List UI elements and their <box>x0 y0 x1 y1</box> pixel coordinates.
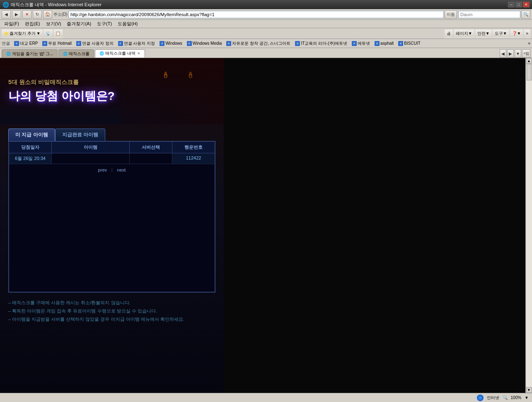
restore-button[interactable]: □ <box>515 2 522 7</box>
scroll-track <box>526 64 532 387</box>
scroll-down-button[interactable]: ▼ <box>526 387 532 393</box>
search-input[interactable] <box>458 11 520 18</box>
col-server: 서버선택 <box>130 142 172 153</box>
items-table-container: 당첨일자 아이템 서버선택 행운번호 6월 26일 20:34 112422 p… <box>8 141 215 293</box>
status-bar: 인터넷 🔍 100% ▼ <box>0 393 532 402</box>
zoom-chevron[interactable]: ▼ <box>525 395 529 400</box>
ie-logo-icon: 🌐 <box>2 2 9 8</box>
go-button[interactable]: 이동 <box>445 10 457 19</box>
toolbar-favorites-button[interactable]: ⭐ 즐겨찾기 추가 ▼ <box>2 29 43 38</box>
refresh-button[interactable]: ↻ <box>33 10 42 19</box>
menu-edit[interactable]: 편집(E) <box>22 20 43 27</box>
game-area: 🕯 🕯 5대 원소의 비밀매직스크롤 나의 당첨 아이템은? 미 지급 아이템 … <box>0 58 224 393</box>
back-button[interactable]: ◀ <box>2 10 11 19</box>
tabs-right-controls: ◀ ▶ ▼ +탭 <box>500 49 530 58</box>
ie-tab-icon-1: 🌐 <box>6 52 11 56</box>
cell-date: 6월 26일 20:34 <box>9 153 52 164</box>
link-biscuit[interactable]: e BISCUIT <box>396 41 422 46</box>
tools-button-toolbar[interactable]: 도구▼ <box>493 29 509 38</box>
windows-media-icon: e <box>187 41 192 46</box>
tab-paid-items[interactable]: 지급완료 아이템 <box>55 128 105 141</box>
more-tools-button[interactable]: » <box>524 29 530 38</box>
scroll-up-button[interactable]: ▲ <box>526 58 532 64</box>
toolbar: ⭐ 즐겨찾기 추가 ▼ 📡 📋 🖨 페이지▼ 안전▼ 도구▼ ❓▼ » <box>0 28 532 39</box>
title-bar-left: 🌐 매직스크롤 내역 - Windows Internet Explorer <box>2 2 102 8</box>
address-label: 주소(D) <box>53 12 68 17</box>
link-windows-media[interactable]: e Windows Media <box>185 41 224 46</box>
stop-button[interactable]: ✕ <box>22 10 31 19</box>
link-windows[interactable]: e Windows <box>157 41 184 46</box>
scroll-thumb[interactable] <box>527 64 532 80</box>
toolbar-history-button[interactable]: 📋 <box>53 29 63 38</box>
tab-magic-scroll-history[interactable]: 🌐 매직스크롤 내역 ✕ <box>95 49 145 58</box>
notice-2: – 획득한 아이템은 게임 접속 후 유료아이템 수령으로 받으실 수 있습니다… <box>8 307 215 315</box>
links-label: 연결 <box>2 41 10 46</box>
link-hotmail[interactable]: e 무료 Hotmail <box>40 40 74 47</box>
notice-3: – 아이템을 지급받을 서버를 선택하지 않았을 경우 미지급 아이템 메뉴에서… <box>8 315 215 324</box>
links-more-button[interactable]: » <box>528 41 530 46</box>
home-button[interactable]: 🏠 <box>43 10 52 19</box>
menu-view[interactable]: 보기(V) <box>44 20 64 27</box>
browser-content: 🕯 🕯 5대 원소의 비밀매직스크롤 나의 당첨 아이템은? 미 지급 아이템 … <box>0 58 532 393</box>
game-header: 🕯 🕯 5대 원소의 비밀매직스크롤 나의 당첨 아이템은? <box>0 58 224 124</box>
scrollbar[interactable]: ▲ ▼ <box>525 58 532 393</box>
pagination: prev l next <box>9 164 215 176</box>
page-button[interactable]: 페이지▼ <box>454 29 474 38</box>
ie-tab-icon-2: 🌐 <box>63 52 68 56</box>
internet-zone-icon <box>477 395 484 401</box>
biscuit-icon: e <box>398 41 403 46</box>
window-title: 매직스크롤 내역 - Windows Internet Explorer <box>11 2 102 8</box>
asphalt-icon: e <box>375 41 380 46</box>
next-button[interactable]: next <box>117 167 126 172</box>
new-tab-button[interactable]: +탭 <box>522 49 530 58</box>
history-icon: 📋 <box>56 31 60 36</box>
col-lucky: 행운번호 <box>172 142 215 153</box>
notice-1: – 매직스크롤 구매에 사용한 캐시는 취소/환불되지 않습니다. <box>8 299 215 307</box>
link-user-def2[interactable]: e 연결 사용자 지정 <box>116 40 157 47</box>
tab-unpaid-items[interactable]: 미 지급 아이템 <box>8 128 55 141</box>
title-bar: 🌐 매직스크롤 내역 - Windows Internet Explorer –… <box>0 0 532 9</box>
hotmail-link-icon: e <box>42 41 47 46</box>
userdef1-icon: e <box>76 41 81 46</box>
tab-magic-scroll[interactable]: 🌐 매직스크롤 <box>58 49 94 58</box>
right-dark-panel <box>224 58 532 393</box>
tab-scroll-left[interactable]: ◀ <box>500 49 506 58</box>
cell-server <box>130 153 172 164</box>
link-edunet-leader[interactable]: e IT교육의 리더-(주)에듀넷 <box>293 40 349 47</box>
menu-tools[interactable]: 도구(T) <box>94 20 114 27</box>
tab-list-button[interactable]: ▼ <box>515 49 521 58</box>
search-button[interactable]: 🔍 <box>521 10 530 19</box>
menu-favorites[interactable]: 즐겨찾기(A) <box>64 20 94 27</box>
star-icon: ⭐ <box>4 31 9 36</box>
address-input[interactable] <box>68 11 444 18</box>
forward-button[interactable]: ▶ <box>12 10 21 19</box>
link-user-def1[interactable]: e 연결 사용자 정의 <box>74 40 116 47</box>
close-button[interactable]: ✕ <box>523 2 530 7</box>
address-bar: ◀ ▶ ✕ ↻ 🏠 주소(D) 이동 🔍 <box>0 9 532 20</box>
link-edunet[interactable]: e 에듀넷 <box>350 40 372 47</box>
snug-icon: e <box>226 41 231 46</box>
tab-game-how-to[interactable]: 🌐 게임을 즐기는 법! 그... <box>2 49 58 58</box>
link-asphalt[interactable]: e asphalt <box>372 41 396 46</box>
rss-icon: 📡 <box>46 31 51 36</box>
menu-file[interactable]: 파일(F) <box>2 20 22 27</box>
link-snug[interactable]: e 자유로운 창작 공간, 스너그아트 <box>224 40 293 47</box>
help-button-toolbar[interactable]: ❓▼ <box>510 29 523 38</box>
tab-close-icon[interactable]: ✕ <box>137 51 140 56</box>
links-bar: 연결 e 대교 ERP e 무료 Hotmail e 연결 사용자 정의 e 연… <box>0 39 532 48</box>
safety-button[interactable]: 안전▼ <box>475 29 492 38</box>
print-button[interactable]: 🖨 <box>445 29 453 38</box>
pagination-separator: l <box>111 167 112 172</box>
minimize-button[interactable]: – <box>508 2 515 7</box>
menu-help[interactable]: 도움말(H) <box>115 20 140 27</box>
prev-button[interactable]: prev <box>98 167 107 172</box>
col-item: 아이템 <box>52 142 130 153</box>
title-bar-controls: – □ ✕ <box>508 2 530 7</box>
toolbar-feeds-button[interactable]: 📡 <box>44 29 53 38</box>
windows-icon: e <box>160 41 164 46</box>
table-header: 당첨일자 아이템 서버선택 행운번호 <box>9 142 215 153</box>
link-erp[interactable]: e 대교 ERP <box>12 40 40 47</box>
tab-scroll-right[interactable]: ▶ <box>507 49 514 58</box>
cell-lucky-num: 112422 <box>172 153 215 164</box>
table-empty-body <box>9 176 215 292</box>
